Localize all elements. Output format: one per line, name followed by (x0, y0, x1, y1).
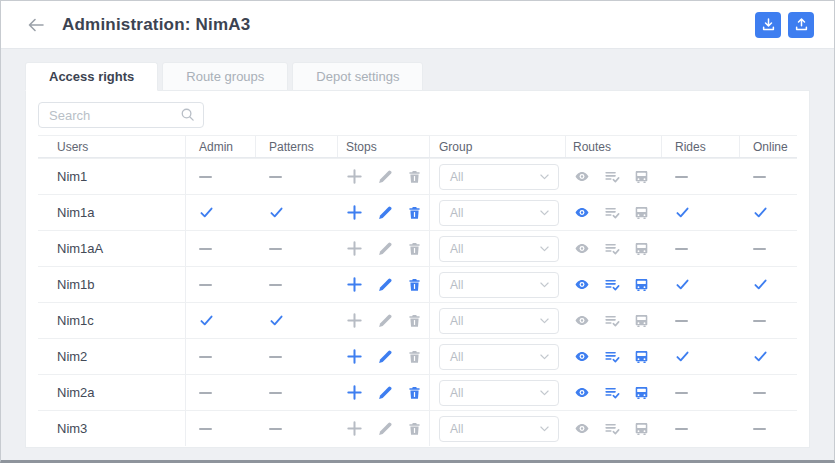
edit-stops-button[interactable] (377, 421, 393, 437)
group-select[interactable]: All (439, 164, 559, 190)
patterns-dash (269, 176, 282, 178)
tab-route-groups[interactable]: Route groups (162, 62, 288, 91)
tab-access-rights[interactable]: Access rights (25, 62, 158, 91)
chevron-down-icon (540, 354, 549, 360)
table-row: Nim2aAll (38, 374, 797, 410)
edit-stops-button[interactable] (377, 277, 393, 293)
group-select[interactable]: All (439, 200, 559, 226)
search-icon (180, 107, 195, 126)
view-routes-button[interactable] (573, 169, 591, 184)
bus-button[interactable] (634, 349, 649, 365)
edit-stops-button[interactable] (377, 205, 393, 221)
view-routes-button[interactable] (573, 421, 591, 436)
group-select-value: All (450, 386, 463, 400)
edit-stops-button[interactable] (377, 349, 393, 365)
add-stop-button[interactable] (346, 168, 363, 185)
delete-stops-button[interactable] (407, 349, 422, 365)
bus-button[interactable] (634, 241, 649, 257)
delete-stops-button[interactable] (407, 385, 422, 401)
routes-actions-cell (566, 195, 662, 230)
online-cell (740, 375, 797, 410)
admin-dash (199, 356, 212, 358)
delete-stops-button[interactable] (407, 169, 422, 185)
table-row: Nim1All (38, 158, 797, 194)
delete-stops-button[interactable] (407, 241, 422, 257)
patterns-cell (256, 159, 338, 194)
download-button[interactable] (755, 12, 781, 38)
bus-button[interactable] (634, 277, 649, 293)
view-routes-button[interactable] (573, 313, 591, 328)
bus-button[interactable] (634, 169, 649, 185)
group-select-value: All (450, 314, 463, 328)
add-stop-button[interactable] (346, 420, 363, 437)
routes-actions-cell (566, 303, 662, 338)
route-check-button[interactable] (604, 384, 621, 401)
admin-cell (186, 267, 256, 302)
rides-dash (675, 320, 688, 322)
group-select[interactable]: All (439, 344, 559, 370)
group-select[interactable]: All (439, 308, 559, 334)
add-stop-button[interactable] (346, 348, 363, 365)
route-check-button[interactable] (604, 312, 621, 329)
patterns-check-icon (269, 205, 284, 220)
view-routes-button[interactable] (573, 241, 591, 256)
add-stop-button[interactable] (346, 312, 363, 329)
rides-cell (662, 375, 740, 410)
bus-button[interactable] (634, 421, 649, 437)
patterns-cell (256, 411, 338, 446)
download-icon (761, 17, 776, 32)
bus-button[interactable] (634, 205, 649, 221)
user-name-cell: Nim1 (38, 159, 186, 194)
add-stop-button[interactable] (346, 240, 363, 257)
back-button[interactable] (27, 17, 45, 33)
bus-button[interactable] (634, 385, 649, 401)
route-check-button[interactable] (604, 168, 621, 185)
rides-check-icon (675, 277, 690, 292)
route-check-button[interactable] (604, 240, 621, 257)
upload-button[interactable] (788, 12, 814, 38)
delete-stops-button[interactable] (407, 313, 422, 329)
online-check-icon (753, 277, 768, 292)
route-check-button[interactable] (604, 348, 621, 365)
user-name-cell: Nim3 (38, 411, 186, 446)
group-cell: All (430, 267, 566, 302)
column-header-group: Group (430, 136, 566, 157)
view-routes-button[interactable] (573, 205, 591, 220)
patterns-cell (256, 375, 338, 410)
tab-depot-settings[interactable]: Depot settings (292, 62, 423, 91)
group-select[interactable]: All (439, 272, 559, 298)
rides-cell (662, 267, 740, 302)
add-stop-button[interactable] (346, 384, 363, 401)
view-routes-button[interactable] (573, 277, 591, 292)
delete-stops-button[interactable] (407, 205, 422, 221)
group-select[interactable]: All (439, 380, 559, 406)
group-cell: All (430, 159, 566, 194)
user-name: Nim1b (57, 277, 95, 292)
routes-actions-cell (566, 159, 662, 194)
delete-stops-button[interactable] (407, 421, 422, 437)
user-name: Nim2 (57, 349, 87, 364)
add-stop-button[interactable] (346, 204, 363, 221)
delete-stops-button[interactable] (407, 277, 422, 293)
bus-button[interactable] (634, 313, 649, 329)
route-check-button[interactable] (604, 420, 621, 437)
user-name-cell: Nim1b (38, 267, 186, 302)
routes-actions-cell (566, 231, 662, 266)
add-stop-button[interactable] (346, 276, 363, 293)
user-name-cell: Nim2 (38, 339, 186, 374)
stops-actions-cell (338, 339, 430, 374)
route-check-button[interactable] (604, 204, 621, 221)
view-routes-button[interactable] (573, 349, 591, 364)
edit-stops-button[interactable] (377, 241, 393, 257)
online-dash (753, 320, 766, 322)
group-select[interactable]: All (439, 236, 559, 262)
rides-cell (662, 303, 740, 338)
edit-stops-button[interactable] (377, 169, 393, 185)
route-check-button[interactable] (604, 276, 621, 293)
view-routes-button[interactable] (573, 385, 591, 400)
edit-stops-button[interactable] (377, 385, 393, 401)
group-select[interactable]: All (439, 416, 559, 442)
column-header-stops: Stops (338, 136, 430, 157)
edit-stops-button[interactable] (377, 313, 393, 329)
rides-cell (662, 159, 740, 194)
